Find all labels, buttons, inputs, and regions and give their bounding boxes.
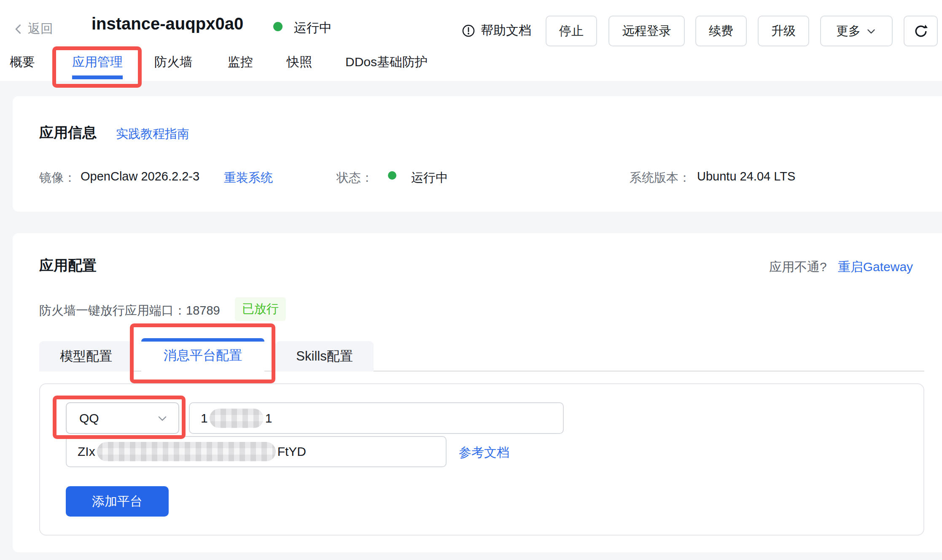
active-tab-top-bar — [141, 338, 264, 342]
redacted-token-blur — [97, 442, 276, 461]
more-button[interactable]: 更多 — [820, 16, 893, 46]
app-config-title: 应用配置 — [39, 256, 97, 275]
firewall-port-row: 防火墙一键放行应用端口：18789 — [39, 302, 220, 319]
image-value: OpenClaw 2026.2.2-3 — [81, 170, 199, 183]
reference-docs-link[interactable]: 参考文档 — [459, 444, 509, 461]
tab-snapshot[interactable]: 快照 — [287, 54, 312, 71]
upgrade-button[interactable]: 升级 — [758, 16, 809, 46]
gateway-hint-text: 应用不通? — [769, 258, 827, 276]
back-label: 返回 — [28, 20, 53, 38]
help-docs-link[interactable]: 帮助文档 — [461, 22, 531, 39]
image-label: 镜像： — [39, 170, 76, 186]
tab-model-config[interactable]: 模型配置 — [39, 341, 133, 372]
renew-button[interactable]: 续费 — [695, 16, 747, 46]
stop-button[interactable]: 停止 — [546, 16, 597, 46]
message-platform-panel: QQ 1 1 ZIx FtYD 参考文档 添加平台 — [39, 383, 924, 536]
platform-select[interactable]: QQ — [66, 402, 179, 434]
help-label: 帮助文档 — [481, 22, 531, 39]
firewall-port-label: 防火墙一键放行应用端口： — [39, 304, 186, 317]
os-label: 系统版本： — [630, 170, 691, 186]
tab-skills-config[interactable]: Skills配置 — [275, 341, 374, 372]
chevron-down-icon — [156, 412, 168, 424]
app-info-card: 应用信息 实践教程指南 镜像： OpenClaw 2026.2.2-3 重装系统… — [13, 96, 942, 212]
tab-app-management[interactable]: 应用管理 — [72, 54, 123, 71]
status-value: 运行中 — [411, 170, 448, 186]
status-dot — [388, 171, 396, 180]
chevron-left-icon — [13, 23, 24, 35]
back-button[interactable]: 返回 — [13, 20, 53, 38]
chevron-down-icon — [866, 26, 877, 37]
instance-status: 运行中 — [294, 19, 332, 37]
info-circle-icon — [461, 24, 476, 38]
more-label: 更多 — [836, 23, 861, 40]
tutorial-guide-link[interactable]: 实践教程指南 — [116, 126, 189, 143]
os-value: Ubuntu 24.04 LTS — [697, 170, 795, 183]
qq-account-input[interactable]: 1 1 — [189, 402, 564, 434]
refresh-icon — [912, 23, 929, 40]
refresh-button[interactable] — [904, 16, 938, 46]
reinstall-system-link[interactable]: 重装系统 — [224, 170, 273, 186]
tab-message-platform-label: 消息平台配置 — [164, 347, 242, 364]
platform-select-value: QQ — [79, 411, 99, 425]
token-prefix: ZIx — [78, 444, 95, 459]
status-dot — [273, 22, 283, 31]
page-title: instance-auqpx0a0 — [92, 14, 243, 33]
tab-ddos-protection[interactable]: DDos基础防护 — [345, 54, 428, 71]
remote-login-button[interactable]: 远程登录 — [608, 16, 685, 46]
restart-gateway-link[interactable]: 重启Gateway — [838, 258, 913, 276]
app-config-card: 应用配置 应用不通? 重启Gateway 防火墙一键放行应用端口：18789 已… — [13, 233, 942, 552]
tab-message-platform-config[interactable]: 消息平台配置 — [141, 338, 264, 372]
account-suffix: 1 — [265, 411, 272, 425]
port-allowed-badge: 已放行 — [235, 297, 286, 321]
redacted-account-blur — [210, 409, 264, 428]
active-tab-underline — [72, 75, 123, 79]
instance-detail-page: 返回 instance-auqpx0a0 运行中 帮助文档 停止 远程登录 续费… — [0, 0, 942, 560]
tab-firewall[interactable]: 防火墙 — [154, 54, 192, 71]
firewall-port-value: 18789 — [186, 304, 220, 317]
app-info-title: 应用信息 — [39, 123, 97, 143]
token-suffix: FtYD — [277, 444, 306, 459]
tab-monitoring[interactable]: 监控 — [228, 54, 253, 71]
tab-overview[interactable]: 概要 — [10, 54, 35, 71]
token-input[interactable]: ZIx FtYD — [66, 436, 447, 467]
add-platform-button[interactable]: 添加平台 — [66, 486, 169, 517]
account-prefix: 1 — [201, 411, 208, 425]
status-label: 状态： — [336, 170, 373, 186]
